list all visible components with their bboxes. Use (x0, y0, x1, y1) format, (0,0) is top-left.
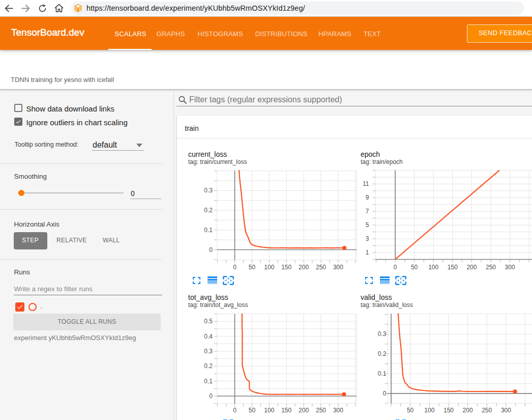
svg-text:300: 300 (333, 264, 343, 271)
svg-text:200: 200 (463, 407, 473, 414)
svg-text:1: 1 (366, 249, 369, 256)
svg-text:300: 300 (333, 407, 343, 414)
svg-text:250: 250 (316, 407, 326, 414)
svg-text:0.5: 0.5 (204, 318, 213, 325)
svg-text:100: 100 (264, 264, 274, 271)
svg-text:250: 250 (486, 264, 496, 271)
svg-text:7: 7 (366, 208, 369, 215)
svg-text:200: 200 (466, 264, 477, 271)
svg-text:0: 0 (233, 264, 237, 271)
svg-text:300: 300 (505, 264, 515, 271)
svg-text:0.1: 0.1 (378, 370, 387, 377)
svg-text:250: 250 (316, 264, 326, 271)
svg-text:0.1: 0.1 (204, 227, 213, 234)
svg-text:0: 0 (394, 264, 397, 271)
svg-text:0.3: 0.3 (378, 330, 387, 338)
svg-text:0: 0 (383, 390, 387, 397)
svg-text:11: 11 (363, 180, 369, 187)
svg-text:100: 100 (428, 264, 438, 271)
svg-text:0.1: 0.1 (204, 378, 213, 385)
svg-text:0.4: 0.4 (204, 333, 213, 340)
svg-text:5: 5 (366, 221, 369, 229)
svg-text:0.2: 0.2 (204, 207, 213, 214)
svg-text:100: 100 (264, 407, 274, 414)
svg-text:50: 50 (249, 407, 256, 414)
svg-text:0.3: 0.3 (204, 187, 213, 194)
svg-text:9: 9 (366, 194, 369, 201)
svg-text:150: 150 (444, 407, 454, 414)
svg-text:100: 100 (424, 407, 434, 414)
svg-text:150: 150 (281, 407, 291, 414)
svg-text:0.2: 0.2 (204, 362, 213, 370)
svg-text:50: 50 (407, 407, 414, 414)
svg-text:0.3: 0.3 (204, 348, 213, 355)
svg-text:0: 0 (233, 407, 237, 414)
svg-text:150: 150 (281, 264, 291, 271)
svg-text:150: 150 (448, 264, 458, 271)
svg-text:300: 300 (501, 407, 511, 414)
svg-text:0: 0 (209, 393, 213, 400)
svg-text:250: 250 (482, 407, 492, 414)
svg-text:50: 50 (411, 264, 418, 271)
svg-text:3: 3 (366, 235, 369, 242)
svg-text:0: 0 (209, 246, 213, 254)
svg-text:0.2: 0.2 (378, 350, 387, 357)
svg-text:200: 200 (299, 407, 309, 414)
svg-text:50: 50 (249, 264, 256, 271)
svg-text:200: 200 (299, 264, 309, 271)
